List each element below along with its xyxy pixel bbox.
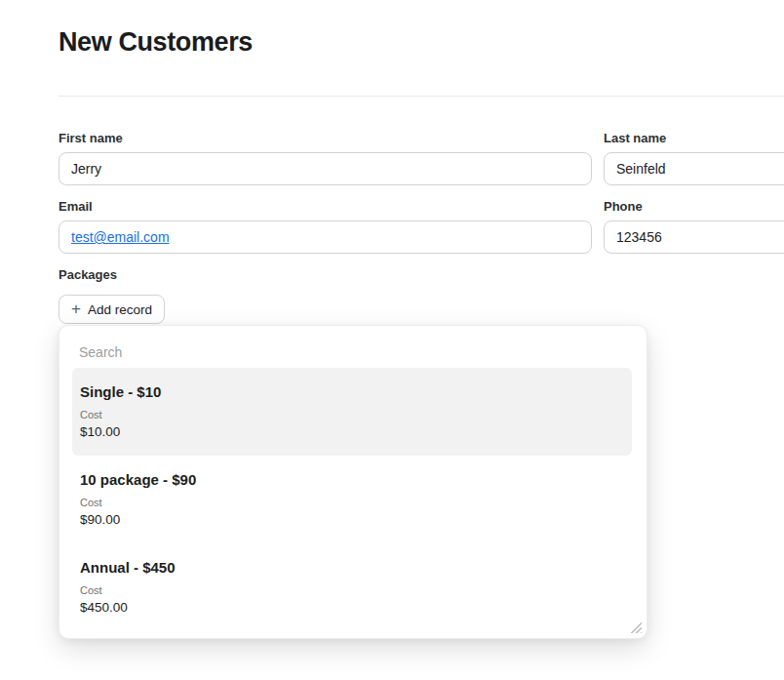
option-title: Single - $10: [80, 383, 624, 400]
option-cost-label: Cost: [80, 584, 624, 596]
email-field: Email: [59, 199, 592, 254]
phone-label: Phone: [604, 199, 784, 214]
package-picker-popover: Single - $10 Cost $10.00 10 package - $9…: [59, 325, 647, 639]
first-name-field: First name: [59, 131, 592, 185]
plus-icon: +: [71, 300, 81, 317]
search-input[interactable]: [59, 326, 647, 368]
email-label: Email: [59, 199, 592, 214]
last-name-field: Last name: [604, 131, 784, 185]
packages-section: Packages + Add record: [59, 267, 165, 324]
package-option-annual[interactable]: Annual - $450 Cost $450.00: [72, 543, 632, 631]
packages-label: Packages: [59, 267, 165, 282]
first-name-label: First name: [59, 131, 592, 145]
phone-input[interactable]: [604, 220, 784, 254]
package-option-single[interactable]: Single - $10 Cost $10.00: [72, 368, 632, 456]
option-cost-value: $450.00: [80, 600, 624, 615]
last-name-label: Last name: [604, 131, 784, 145]
email-input[interactable]: [59, 220, 592, 254]
first-name-input[interactable]: [59, 152, 592, 185]
option-cost-value: $90.00: [80, 512, 624, 527]
customer-form: First name Last name Email Phone: [59, 131, 784, 254]
option-title: 10 package - $90: [80, 471, 624, 488]
option-cost-label: Cost: [80, 497, 624, 508]
package-options-list: Single - $10 Cost $10.00 10 package - $9…: [59, 368, 647, 631]
option-cost-label: Cost: [80, 409, 624, 420]
option-title: Annual - $450: [80, 559, 624, 576]
phone-field: Phone: [604, 199, 784, 254]
header-divider: [59, 96, 784, 97]
option-cost-value: $10.00: [80, 424, 624, 439]
add-record-button[interactable]: + Add record: [59, 295, 165, 324]
page-title: New Customers: [59, 27, 253, 58]
add-record-label: Add record: [88, 302, 152, 317]
package-option-10-package[interactable]: 10 package - $90 Cost $90.00: [72, 456, 632, 543]
last-name-input[interactable]: [604, 152, 784, 185]
